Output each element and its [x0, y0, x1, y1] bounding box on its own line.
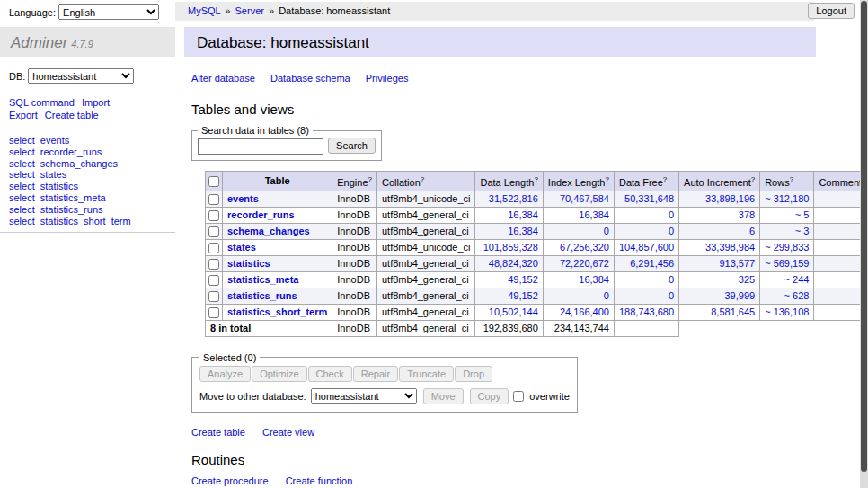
index-length-link[interactable]: 72,220,672 [560, 258, 609, 269]
table-name-link[interactable]: schema_changes [227, 226, 310, 236]
index-length-link[interactable]: 67,256,320 [560, 242, 609, 253]
auto-increment-link[interactable]: 6 [749, 226, 755, 236]
index-length-link[interactable]: 16,384 [579, 209, 609, 220]
hint-icon[interactable]: ? [368, 175, 372, 183]
select-link[interactable]: select [9, 169, 35, 180]
table-name-link[interactable]: statistics_meta [227, 274, 299, 285]
row-checkbox[interactable] [208, 259, 219, 270]
rows-link[interactable]: ~ 312,180 [765, 193, 809, 204]
data-length-link[interactable]: 49,152 [508, 274, 538, 285]
rows-link[interactable]: ~ 628 [784, 290, 810, 301]
auto-increment-link[interactable]: 378 [739, 209, 755, 220]
data-length-link[interactable]: 16,384 [508, 226, 538, 236]
db-select[interactable]: homeassistant [28, 68, 134, 84]
auto-increment-link[interactable]: 913,577 [719, 258, 755, 269]
sql-command-link[interactable]: SQL command [9, 97, 75, 108]
sidebar-table-link[interactable]: statistics_short_term [40, 216, 131, 226]
sidebar-table-link[interactable]: statistics_meta [40, 192, 106, 203]
analyze-button[interactable]: Analyze [199, 366, 251, 382]
rows-link[interactable]: ~ 5 [795, 209, 810, 220]
hint-icon[interactable]: ? [751, 175, 755, 183]
index-length-link[interactable]: 70,467,584 [560, 193, 609, 204]
data-free-link[interactable]: 0 [669, 209, 674, 220]
select-link[interactable]: select [9, 204, 35, 215]
select-link[interactable]: select [9, 192, 35, 203]
hint-icon[interactable]: ? [605, 175, 608, 183]
auto-increment-link[interactable]: 325 [739, 274, 755, 285]
scrollbar-thumb[interactable] [861, 1, 867, 472]
row-checkbox[interactable] [208, 226, 219, 237]
overwrite-checkbox[interactable] [513, 391, 524, 402]
data-free-link[interactable]: 104,857,600 [619, 242, 674, 253]
data-length-link[interactable]: 16,384 [508, 209, 538, 220]
row-checkbox[interactable] [208, 307, 219, 318]
hint-icon[interactable]: ? [421, 175, 424, 183]
rows-link[interactable]: ~ 569,159 [765, 258, 809, 269]
table-name-link[interactable]: statistics_short_term [227, 306, 327, 317]
sidebar-table-link[interactable]: statistics_runs [40, 204, 103, 215]
rows-link[interactable]: ~ 299,833 [765, 242, 809, 253]
vertical-scrollbar[interactable] [860, 0, 868, 488]
data-free-link[interactable]: 188,743,680 [619, 306, 674, 317]
rows-link[interactable]: ~ 136,108 [765, 306, 809, 317]
import-link[interactable]: Import [82, 97, 110, 108]
create-table-link[interactable]: Create table [191, 427, 245, 438]
copy-button[interactable]: Copy [470, 388, 509, 404]
rows-link[interactable]: ~ 3 [795, 226, 810, 236]
table-name-link[interactable]: statistics [227, 258, 270, 269]
row-checkbox[interactable] [208, 243, 219, 253]
auto-increment-link[interactable]: 8,581,645 [711, 306, 755, 317]
select-all-checkbox[interactable] [208, 176, 219, 187]
search-button[interactable]: Search [328, 138, 376, 154]
table-name-link[interactable]: events [227, 193, 259, 204]
move-button[interactable]: Move [423, 388, 464, 404]
drop-button[interactable]: Drop [455, 366, 492, 382]
optimize-button[interactable]: Optimize [252, 366, 306, 382]
hint-icon[interactable]: ? [663, 175, 667, 183]
select-link[interactable]: select [9, 135, 35, 146]
sidebar-table-link[interactable]: states [40, 169, 66, 180]
auto-increment-link[interactable]: 39,999 [725, 290, 756, 301]
privileges-link[interactable]: Privileges [366, 73, 409, 84]
hint-icon[interactable]: ? [534, 175, 537, 183]
language-select[interactable]: English [58, 4, 159, 20]
sidebar-table-link[interactable]: events [40, 135, 69, 146]
data-length-link[interactable]: 10,502,144 [489, 306, 538, 317]
data-length-link[interactable]: 48,824,320 [489, 258, 538, 269]
auto-increment-link[interactable]: 33,398,984 [705, 242, 755, 253]
table-name-link[interactable]: recorder_runs [227, 209, 295, 220]
rows-link[interactable]: ~ 244 [784, 274, 810, 285]
create-table-sidebar-link[interactable]: Create table [45, 110, 99, 120]
index-length-link[interactable]: 0 [604, 290, 609, 301]
sidebar-table-link[interactable]: statistics [40, 181, 78, 191]
database-schema-link[interactable]: Database schema [270, 73, 350, 84]
select-link[interactable]: select [9, 216, 35, 226]
sidebar-table-link[interactable]: recorder_runs [40, 146, 102, 157]
data-free-link[interactable]: 0 [669, 290, 674, 301]
truncate-button[interactable]: Truncate [399, 366, 454, 382]
select-link[interactable]: select [9, 181, 35, 191]
repair-button[interactable]: Repair [353, 366, 398, 382]
check-button[interactable]: Check [308, 366, 352, 382]
alter-database-link[interactable]: Alter database [191, 73, 255, 84]
row-checkbox[interactable] [208, 210, 219, 221]
data-free-link[interactable]: 0 [669, 226, 674, 236]
data-free-link[interactable]: 50,331,648 [624, 193, 674, 204]
hint-icon[interactable]: ? [790, 175, 793, 183]
breadcrumb-link-mysql[interactable]: MySQL [188, 5, 220, 16]
sidebar-table-link[interactable]: schema_changes [40, 158, 118, 169]
export-link[interactable]: Export [9, 110, 38, 120]
index-length-link[interactable]: 16,384 [579, 274, 609, 285]
data-length-link[interactable]: 101,859,328 [483, 242, 538, 253]
move-database-select[interactable]: homeassistant [311, 388, 417, 404]
create-function-link[interactable]: Create function [286, 475, 353, 486]
index-length-link[interactable]: 0 [604, 226, 609, 236]
row-checkbox[interactable] [208, 194, 219, 205]
data-free-link[interactable]: 6,291,456 [630, 258, 674, 269]
auto-increment-link[interactable]: 33,898,196 [705, 193, 755, 204]
data-length-link[interactable]: 49,152 [508, 290, 538, 301]
table-name-link[interactable]: statistics_runs [227, 290, 297, 301]
logout-button[interactable]: Logout [808, 3, 855, 19]
select-link[interactable]: select [9, 146, 35, 157]
table-name-link[interactable]: states [227, 242, 256, 253]
